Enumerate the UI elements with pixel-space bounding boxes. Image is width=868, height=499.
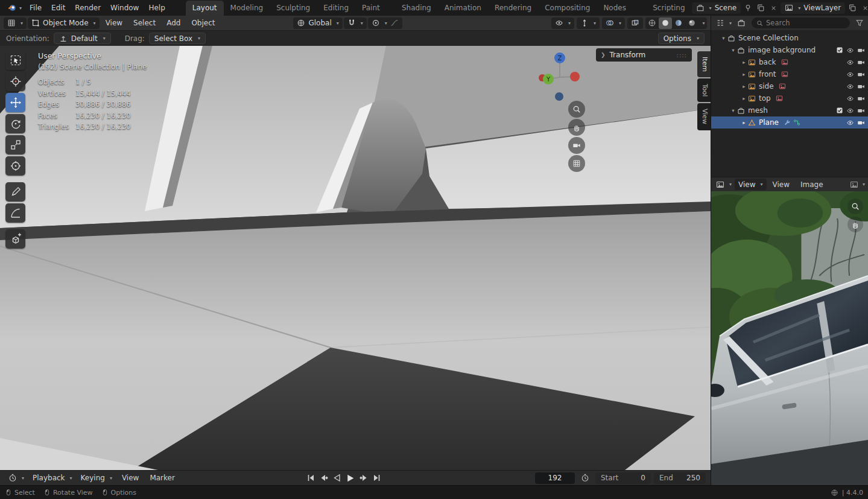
workspace-tab-texture-paint[interactable]: Texture Paint	[355, 0, 395, 16]
tool-transform[interactable]	[5, 156, 25, 176]
hide-eye-icon[interactable]	[846, 83, 854, 91]
transform-orientation-selector[interactable]: Global ▾	[293, 17, 342, 29]
render-camera-icon[interactable]	[857, 46, 865, 54]
editor-type-selector[interactable]: ▾	[4, 17, 27, 29]
hide-eye-icon[interactable]	[846, 59, 854, 66]
play-button[interactable]	[344, 472, 356, 484]
shading-solid-button[interactable]	[659, 17, 672, 29]
outliner-row-scene-collection[interactable]: ▾ Scene Collection	[711, 32, 868, 44]
frame-end-field[interactable]: End 250	[654, 472, 706, 484]
overlays-dropdown[interactable]: ▾	[602, 17, 625, 29]
timeline-menu-marker[interactable]: Marker	[145, 471, 179, 485]
3d-viewport[interactable]: User Perspective (192) Scene Collection …	[0, 46, 711, 470]
image-zoom-button[interactable]	[847, 199, 863, 214]
disclosure-open-icon[interactable]: ▾	[729, 107, 737, 113]
menu-viewport-select[interactable]: Select	[128, 16, 160, 30]
current-frame-field[interactable]: 192	[535, 472, 575, 484]
scene-selector[interactable]: ▾ Scene	[692, 2, 741, 14]
exclude-checkbox-icon[interactable]	[836, 46, 843, 54]
snap-toggle[interactable]: ▾	[344, 17, 367, 29]
image-mode-selector[interactable]: View ▾	[735, 179, 767, 190]
blender-app-menu[interactable]: ▾	[5, 4, 25, 12]
new-scene-button[interactable]	[755, 2, 766, 13]
menu-edit[interactable]: Edit	[46, 0, 70, 16]
remove-viewlayer-button[interactable]	[860, 2, 868, 13]
gizmos-dropdown[interactable]: ▾	[577, 17, 600, 29]
image-menu-view[interactable]: View	[768, 177, 794, 192]
use-preview-range-toggle[interactable]	[580, 472, 591, 483]
outliner-row-top[interactable]: ▸ top	[711, 92, 868, 104]
playback-menu[interactable]: Playback ▾	[29, 472, 76, 484]
disclosure-closed-icon[interactable]: ▸	[740, 71, 748, 77]
orientation-dropdown[interactable]: Default ▾	[54, 33, 111, 44]
drag-dropdown[interactable]: Select Box ▾	[149, 33, 206, 44]
shading-rendered-button[interactable]	[685, 17, 699, 29]
image-menu-image[interactable]: Image	[796, 177, 828, 192]
frame-start-field[interactable]: Start 0	[595, 472, 651, 484]
workspace-tab-layout[interactable]: Layout	[186, 1, 224, 16]
image-datablock-selector[interactable]	[849, 179, 860, 190]
disclosure-closed-icon[interactable]: ▸	[740, 83, 748, 89]
jump-to-end-button[interactable]	[371, 472, 383, 484]
workspace-tab-rendering[interactable]: Rendering	[488, 1, 538, 16]
tool-scale[interactable]	[5, 135, 25, 154]
image-pan-hand-button[interactable]	[847, 217, 863, 232]
disclosure-closed-icon[interactable]: ▸	[740, 59, 748, 65]
search-input[interactable]	[766, 19, 845, 27]
prev-keyframe-button[interactable]	[318, 472, 330, 484]
timeline-editor-type-selector[interactable]: ▾	[5, 472, 28, 484]
jump-to-start-button[interactable]	[305, 472, 317, 484]
menu-help[interactable]: Help	[144, 0, 169, 16]
exclude-checkbox-icon[interactable]	[836, 107, 843, 114]
workspace-tab-geometry-nodes[interactable]: Geometry Nodes	[597, 0, 646, 16]
zoom-button[interactable]	[568, 101, 585, 118]
workspace-tab-scripting[interactable]: Scripting	[646, 1, 691, 16]
hide-eye-icon[interactable]	[846, 71, 854, 78]
menu-render[interactable]: Render	[70, 0, 106, 16]
shading-dropdown[interactable]: ▾	[699, 17, 707, 29]
xray-toggle[interactable]	[627, 17, 643, 29]
render-camera-icon[interactable]	[857, 95, 865, 103]
keying-menu[interactable]: Keying ▾	[77, 472, 116, 484]
tool-select-box[interactable]	[5, 51, 25, 70]
workspace-tab-modeling[interactable]: Modeling	[224, 1, 270, 16]
hide-eye-icon[interactable]	[846, 107, 854, 115]
viewlayer-selector[interactable]: ▾ ViewLayer	[781, 2, 845, 14]
hide-eye-icon[interactable]	[846, 119, 854, 127]
outliner-search[interactable]	[752, 17, 850, 28]
pin-scene-button[interactable]	[743, 2, 753, 13]
tool-move[interactable]	[5, 93, 25, 112]
menu-viewport-add[interactable]: Add	[162, 16, 185, 30]
tool-cursor[interactable]	[5, 72, 25, 91]
image-editor-canvas[interactable]	[711, 191, 868, 485]
hide-eye-icon[interactable]	[846, 95, 854, 103]
disclosure-closed-icon[interactable]: ▸	[740, 95, 748, 101]
tool-rotate[interactable]	[5, 114, 25, 133]
sidebar-tab-item[interactable]: Item	[697, 51, 711, 77]
shading-wireframe-button[interactable]	[645, 17, 659, 29]
outliner-row-plane[interactable]: ▸ Plane	[711, 116, 868, 129]
render-camera-icon[interactable]	[857, 107, 865, 115]
outliner-display-mode-selector[interactable]	[735, 17, 747, 29]
new-viewlayer-button[interactable]	[847, 2, 858, 13]
filter-button[interactable]	[854, 17, 865, 28]
outliner-row-mesh[interactable]: ▾ mesh	[711, 104, 868, 116]
disclosure-open-icon[interactable]: ▾	[729, 47, 737, 53]
unlink-scene-button[interactable]	[768, 2, 779, 13]
outliner-editor-type-selector[interactable]: ▾	[714, 17, 733, 29]
camera-view-button[interactable]	[568, 137, 585, 154]
render-camera-icon[interactable]	[857, 119, 865, 127]
outliner-row-side[interactable]: ▸ side	[711, 80, 868, 92]
proportional-edit-toggle[interactable]: ▾	[368, 17, 402, 29]
menu-viewport-object[interactable]: Object	[186, 16, 220, 30]
transform-panel-header[interactable]: ❯ Transform ::::	[596, 48, 692, 62]
orthographic-toggle-button[interactable]	[568, 155, 585, 172]
pan-hand-button[interactable]	[568, 119, 585, 136]
network-globe-icon[interactable]	[831, 489, 838, 497]
render-camera-icon[interactable]	[857, 71, 865, 78]
play-reverse-button[interactable]	[331, 472, 343, 484]
workspace-tab-compositing[interactable]: Compositing	[538, 1, 597, 16]
image-editor-type-selector[interactable]: ▾	[714, 179, 733, 190]
disclosure-open-icon[interactable]: ▾	[720, 35, 727, 41]
workspace-tab-shading[interactable]: Shading	[395, 1, 438, 16]
